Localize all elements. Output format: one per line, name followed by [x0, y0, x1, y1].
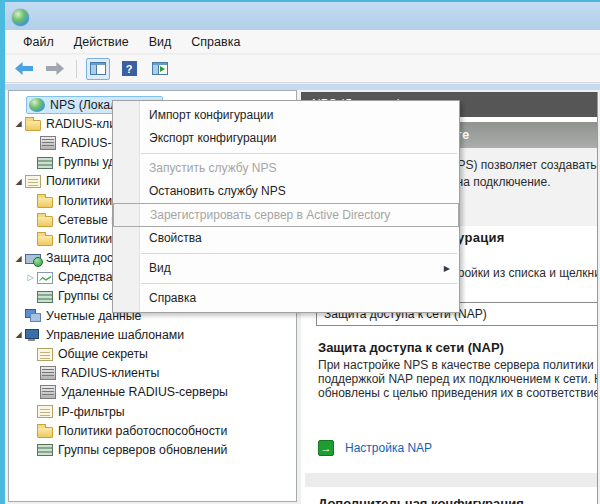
submenu-arrow-icon: ▶ — [444, 257, 450, 280]
tree-item[interactable]: RADIUS-клиенты — [9, 364, 296, 383]
tree-item-label: IP-фильтры — [58, 405, 131, 419]
export-list-icon — [152, 62, 168, 75]
monitor-icon — [25, 329, 41, 342]
folder-icon — [37, 197, 53, 208]
collapse-icon[interactable]: ◢ — [12, 172, 25, 191]
server-icon — [40, 136, 56, 150]
group-icon — [37, 157, 53, 169]
forward-button[interactable] — [43, 58, 67, 80]
forward-arrow-icon — [46, 62, 64, 75]
globe-icon — [29, 98, 45, 112]
tree-item-label: Группы серверов обновлений — [58, 443, 233, 457]
go-arrow-icon: → — [318, 440, 334, 456]
scroll-icon — [37, 405, 53, 418]
scroll-icon — [25, 175, 41, 188]
window-edge — [0, 0, 5, 504]
configure-nap-row: → Настройка NAP — [318, 440, 432, 456]
folder-icon — [37, 216, 53, 227]
help-icon: ? — [122, 61, 137, 76]
back-arrow-icon — [15, 62, 33, 75]
scenario-text-line: При настройке NPS в качестве сервера пол… — [318, 358, 598, 372]
expand-icon[interactable]: ▷ — [24, 268, 37, 287]
nap-scenario-heading: Защита доступа к сети (NAP) — [318, 340, 504, 355]
folder-icon — [37, 235, 53, 246]
nap-icon — [25, 254, 41, 264]
menu-separator — [141, 253, 457, 254]
title-bar — [0, 0, 600, 30]
section-divider — [305, 473, 597, 487]
toolbar: ? — [5, 55, 600, 83]
tree-item[interactable]: IP-фильтры — [9, 402, 296, 421]
nps-app-icon — [12, 9, 29, 26]
chart-icon — [37, 272, 53, 284]
nap-scenario-text: При настройке NPS в качестве сервера пол… — [318, 358, 598, 400]
server-icon — [40, 385, 56, 399]
back-button[interactable] — [12, 58, 36, 80]
tree-item-label: Политики работоспособности — [58, 424, 233, 438]
folder-icon — [37, 427, 53, 438]
toolbar-separator — [76, 60, 77, 78]
tree-item-label: Управление шаблонами — [46, 328, 190, 342]
nps-console-window: ФайлДействиеВидСправка ? NPS (Локально)◢… — [0, 0, 600, 504]
export-list-button[interactable] — [148, 58, 172, 80]
scenario-text-line: поддержкой NAP перед их подключением к с… — [318, 372, 598, 386]
menu-separator — [141, 283, 457, 284]
menubar-item-файл[interactable]: Файл — [13, 30, 64, 54]
tree-item[interactable]: Группы серверов обновлений — [9, 440, 296, 459]
advanced-configuration-heading: Дополнительная конфигурация — [318, 496, 524, 504]
menu-bar: ФайлДействиеВидСправка — [5, 30, 600, 54]
folder-icon — [25, 120, 41, 131]
context-menu-item[interactable]: Импорт конфигурации — [113, 104, 459, 127]
tree-item-label: Удаленные RADIUS-серверы — [61, 385, 234, 399]
context-menu-item[interactable]: Остановить службу NPS — [113, 180, 459, 203]
scroll-icon — [37, 348, 53, 361]
group-icon — [37, 444, 53, 456]
context-menu-item[interactable]: Экспорт конфигурации — [113, 127, 459, 150]
group-icon — [37, 291, 53, 303]
tree-item-label: Политики — [46, 174, 106, 188]
help-button[interactable]: ? — [117, 58, 141, 80]
tree-item[interactable]: Политики работоспособности — [9, 421, 296, 440]
collapse-icon[interactable]: ◢ — [12, 249, 25, 268]
context-menu: Импорт конфигурацииЭкспорт конфигурацииЗ… — [112, 100, 460, 313]
menu-separator — [141, 153, 457, 154]
tree-item-label: Общие секреты — [58, 347, 154, 361]
tree-item[interactable]: Общие секреты — [9, 344, 296, 363]
menubar-item-справка[interactable]: Справка — [181, 30, 250, 54]
context-menu-item: Запустить службу NPS — [113, 157, 459, 180]
context-menu-item[interactable]: Справка — [113, 287, 459, 310]
console-tree-icon — [90, 62, 106, 75]
tree-item-label: RADIUS-клиенты — [61, 366, 165, 380]
configure-nap-link[interactable]: Настройка NAP — [345, 441, 432, 455]
menubar-item-действие[interactable]: Действие — [64, 30, 139, 54]
collapse-icon[interactable]: ◢ — [12, 114, 25, 133]
tree-item[interactable]: ◢Управление шаблонами — [9, 325, 296, 344]
context-menu-item[interactable]: Вид▶ — [113, 257, 459, 280]
computers-icon — [25, 309, 41, 322]
context-menu-item[interactable]: Свойства — [113, 227, 459, 250]
menubar-item-вид[interactable]: Вид — [139, 30, 182, 54]
scenario-text-line: обновлены с целью приведения их в соотве… — [318, 386, 598, 400]
tree-item[interactable]: Удаленные RADIUS-серверы — [9, 383, 296, 402]
show-console-tree-button[interactable] — [86, 58, 110, 80]
context-menu-item: Зарегистрировать сервер в Active Directo… — [113, 203, 459, 227]
server-icon — [40, 366, 56, 380]
collapse-icon[interactable]: ◢ — [12, 325, 25, 344]
